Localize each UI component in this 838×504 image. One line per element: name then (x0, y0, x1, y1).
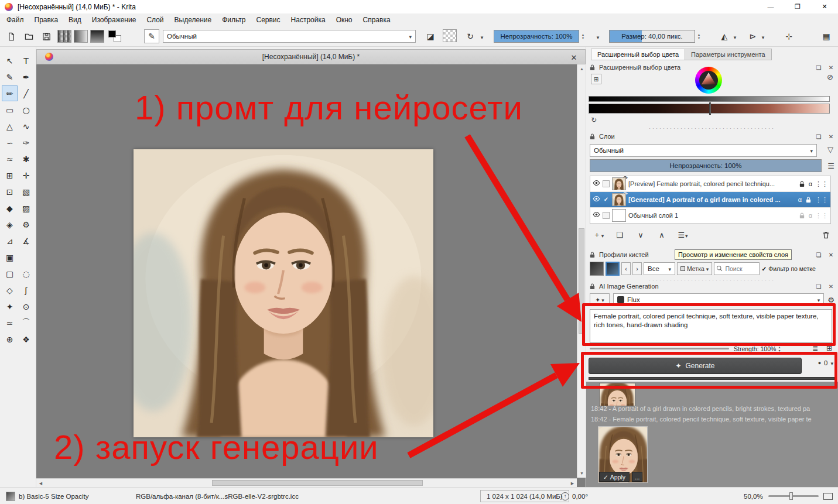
tool-crop[interactable]: ⊡ (2, 184, 18, 200)
menu-window[interactable]: Окно (331, 15, 358, 25)
preserve-alpha-button[interactable] (443, 29, 457, 42)
tool-text[interactable]: T (18, 53, 34, 68)
next-preset-button[interactable]: › (632, 262, 642, 275)
tool-polygon-select[interactable]: ◇ (2, 282, 18, 298)
tool-select-shapes[interactable]: ↖ (2, 53, 18, 68)
document-close-button[interactable]: ✕ (569, 52, 579, 63)
docker-drag-handle[interactable]: ···································· (586, 126, 838, 131)
gradient-marker[interactable] (709, 102, 711, 115)
lock-icon[interactable] (798, 180, 806, 188)
menu-layer[interactable]: Слой (141, 15, 169, 25)
tool-line[interactable]: ╱ (18, 85, 34, 101)
generate-button[interactable]: ✦ Generate (589, 358, 802, 374)
document-tab[interactable]: [Несохранённый] (14,0 МиБ) * ✕ (36, 49, 586, 64)
save-document-button[interactable] (39, 29, 54, 43)
close-docker-icon[interactable]: ✕ (826, 64, 836, 71)
ai-workflow-button[interactable]: ✦ (590, 293, 610, 306)
strength-spinner[interactable] (776, 345, 782, 353)
gradient-swatch-2[interactable] (74, 30, 88, 43)
tool-polygon[interactable]: △ (2, 118, 18, 134)
opacity-spinner[interactable] (580, 30, 586, 43)
tool-rect-select[interactable]: ▢ (2, 266, 18, 282)
layer-checkbox[interactable]: ✓ (603, 196, 610, 203)
tag-filter-combo[interactable]: Все (644, 262, 675, 275)
float-docker-icon[interactable]: ❏ (814, 64, 823, 71)
alpha-lock-icon[interactable]: α (809, 180, 812, 187)
layer-row-generated[interactable]: ✓ ↷ [Generated] A portrait of a girl dra… (590, 192, 830, 208)
reload-preset-button[interactable]: ↻ (463, 29, 478, 43)
scroll-up-arrow[interactable]: ▲ (577, 64, 586, 73)
canvas-only-mode-icon[interactable] (823, 488, 833, 504)
layer-opacity-slider[interactable]: Непрозрачность: 100% (590, 159, 822, 172)
mirror-horizontal-dropdown[interactable] (731, 29, 739, 43)
add-layers-icon[interactable]: ≣ (812, 344, 818, 352)
ai-model-combo[interactable]: Flux (613, 293, 824, 306)
close-docker-icon[interactable]: ✕ (826, 252, 836, 258)
zoom-slider[interactable] (768, 488, 819, 504)
tool-ellipse[interactable]: ○ (18, 102, 34, 118)
region-frame-icon[interactable]: ⊞ (826, 344, 832, 352)
brush-size-spinner[interactable] (696, 30, 702, 43)
tool-assistants[interactable]: ⊿ (2, 233, 18, 249)
tab-tool-options[interactable]: Параметры инструмента (685, 49, 772, 60)
ai-prompt-input[interactable]: Female portrait, colored pencil techniqu… (590, 309, 832, 343)
blending-mode-combo[interactable]: Обычный (163, 30, 416, 43)
filter-by-tag-checkbox[interactable]: ✓ Фильтр по метке (761, 265, 816, 272)
move-layer-up-button[interactable]: ∧ (653, 228, 671, 242)
foreground-background-colors[interactable] (108, 30, 122, 43)
gradient-swatch[interactable] (57, 30, 71, 43)
layer-visibility-icon[interactable] (593, 179, 600, 188)
mirror-vertical-dropdown[interactable] (759, 29, 767, 43)
tool-smart-patch[interactable]: ▨ (18, 200, 34, 216)
close-docker-icon[interactable]: ✕ (826, 283, 836, 290)
tool-freehand-path[interactable]: ✑ (18, 135, 34, 150)
tool-contiguous-select[interactable]: ✦ (2, 299, 18, 314)
alpha-lock-icon[interactable]: α (809, 212, 812, 219)
alpha-lock-icon[interactable]: α (798, 196, 802, 203)
tool-freehand-select[interactable]: ʃ (18, 282, 34, 298)
layer-drag-dots-icon[interactable]: ⋮⋮ (815, 180, 828, 188)
value-gradient-bar[interactable] (589, 96, 830, 102)
tool-reference-images[interactable]: ▣ (2, 249, 18, 265)
apply-button[interactable]: ✓ Apply (599, 472, 630, 482)
layer-visibility-icon[interactable] (593, 195, 600, 204)
menu-select[interactable]: Выделение (169, 15, 217, 25)
tool-move[interactable]: ✛ (18, 167, 34, 183)
brush-size-slider[interactable]: Размер: 40,00 пикс. (609, 30, 695, 43)
tool-zoom[interactable]: ⊕ (2, 331, 18, 347)
workspace-chooser-button[interactable]: ▦ (819, 29, 834, 43)
reset-color-icon[interactable]: ↻ (591, 116, 597, 124)
tool-bezier-select[interactable]: ≃ (2, 315, 18, 331)
tool-polyline[interactable]: ∿ (18, 118, 34, 134)
canvas-horizontal-scrollbar[interactable]: ◀ ▶ (36, 478, 577, 487)
tool-dynamic-brush[interactable]: ≈ (2, 151, 18, 167)
float-docker-icon[interactable]: ❏ (814, 283, 823, 290)
menu-help[interactable]: Справка (358, 15, 396, 25)
menu-file[interactable]: Файл (1, 15, 29, 25)
tool-transform[interactable]: ⊞ (2, 167, 18, 183)
tool-calligraphy[interactable]: ✒ (18, 69, 34, 85)
mirror-vertical-button[interactable]: ⊳ (745, 29, 760, 43)
eraser-mode-button[interactable]: ◪ (423, 29, 438, 43)
menu-edit[interactable]: Правка (29, 15, 64, 25)
new-document-button[interactable] (4, 29, 19, 43)
lock-icon[interactable] (798, 212, 806, 220)
no-color-icon[interactable]: ⊘ (827, 73, 833, 81)
menu-settings[interactable]: Настройка (286, 15, 331, 25)
opacity-dropdown[interactable] (594, 29, 602, 43)
queue-counter[interactable]: ● 0 (818, 359, 833, 366)
layer-blending-mode-combo[interactable]: Обычный (590, 144, 817, 157)
layer-row-paint[interactable]: Обычный слой 1 α ⋮⋮ (590, 208, 830, 224)
layer-checkbox[interactable] (603, 212, 610, 219)
rotation-compass-icon[interactable]: ↑ (561, 492, 569, 500)
tool-freehand-brush[interactable]: ✏ (2, 85, 18, 101)
mirror-horizontal-button[interactable]: ◭ (717, 29, 732, 43)
delete-layer-button[interactable] (817, 228, 834, 242)
tab-advanced-color-selector[interactable]: Расширенный выбор цвета (591, 49, 685, 60)
lock-icon[interactable] (805, 196, 812, 204)
float-docker-icon[interactable]: ❏ (814, 133, 823, 140)
move-layer-down-button[interactable]: ∨ (632, 228, 649, 242)
history-entry[interactable]: 18:42 - A portrait of a girl drawn in co… (591, 405, 838, 412)
latest-result-thumbnail[interactable] (599, 383, 635, 406)
layer-filter-funnel-icon[interactable]: ▽ (827, 145, 833, 154)
